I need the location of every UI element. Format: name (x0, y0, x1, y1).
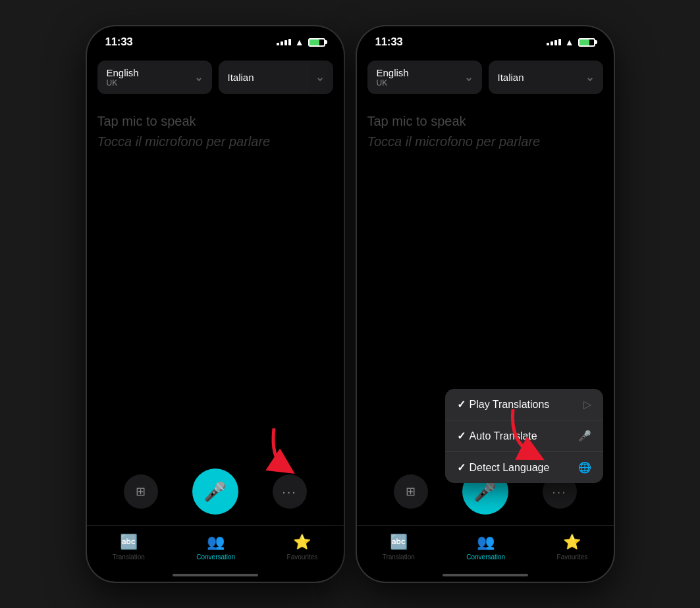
mic-icon-right: 🎤 (473, 481, 497, 503)
language-selectors-left: English UK ⌄ Italian ⌄ (87, 54, 344, 101)
mic-small-icon: 🎤 (578, 430, 591, 442)
play-icon: ▷ (583, 398, 591, 411)
menu-label-play-translations: Play Translations (470, 399, 550, 411)
time-right: 11:33 (375, 36, 403, 49)
status-icons-left: ▲ (277, 37, 325, 47)
tab-conversation-right[interactable]: 👥 Conversation (466, 534, 505, 561)
menu-item-detect-language[interactable]: ✓ Detect Language 🌐 (445, 452, 603, 483)
lang-region-english: UK (107, 78, 139, 88)
time-left: 11:33 (105, 36, 133, 49)
main-content-left: Tap mic to speak Tocca il microfono per … (87, 101, 344, 458)
tab-favourites-left[interactable]: ⭐ Favourites (287, 534, 318, 561)
caption-icon-right: ⊞ (406, 484, 416, 499)
tab-translation-label-right: Translation (383, 553, 415, 561)
lang-name-italian-right: Italian (498, 72, 524, 83)
tab-bar-right: 🔤 Translation 👥 Conversation ⭐ Favourite… (357, 525, 614, 574)
chevron-down-icon-right: ⌄ (315, 71, 324, 84)
dots-icon-right: ··· (552, 484, 567, 499)
globe-icon: 🌐 (578, 461, 591, 474)
bottom-controls-left: ⊞ 🎤 ··· (87, 458, 344, 525)
lang-selector-english[interactable]: English UK ⌄ (97, 61, 212, 94)
signal-icon (277, 39, 291, 45)
more-button-left[interactable]: ··· (273, 474, 307, 509)
menu-item-auto-translate[interactable]: ✓ Auto Translate 🎤 (445, 420, 603, 452)
check-detect-language: ✓ (457, 461, 466, 474)
mic-button-left[interactable]: 🎤 (192, 469, 238, 515)
lang-region-english-right: UK (377, 78, 409, 88)
menu-label-detect-language: Detect Language (470, 462, 550, 474)
tab-conversation-label-left: Conversation (196, 553, 235, 561)
mic-icon-left: 🎤 (203, 481, 227, 503)
tab-translation-right[interactable]: 🔤 Translation (383, 534, 415, 561)
wifi-icon-right: ▲ (565, 37, 574, 47)
tab-translation-left[interactable]: 🔤 Translation (113, 534, 145, 561)
signal-icon-right (547, 39, 561, 45)
status-bar-right: 11:33 ▲ (357, 26, 614, 54)
lang-name-italian: Italian (228, 72, 254, 83)
tab-translation-label-left: Translation (113, 553, 145, 561)
home-indicator-right (443, 574, 528, 576)
menu-label-auto-translate: Auto Translate (470, 430, 537, 442)
right-phone-screen: 11:33 ▲ English UK (357, 26, 614, 582)
lang-name-english: English (107, 67, 139, 78)
caption-icon-left: ⊞ (136, 484, 146, 499)
tap-mic-text-en-right: Tap mic to speak (367, 114, 603, 129)
battery-icon-right (578, 38, 595, 47)
home-indicator-left (173, 574, 258, 576)
battery-icon (308, 38, 325, 47)
caption-button-right[interactable]: ⊞ (394, 474, 428, 509)
status-icons-right: ▲ (547, 37, 595, 47)
context-menu: ✓ Play Translations ▷ ✓ Auto Translate 🎤… (445, 389, 603, 483)
lang-name-english-right: English (377, 67, 409, 78)
wifi-icon: ▲ (295, 37, 304, 47)
chevron-down-icon-left-right: ⌄ (464, 71, 473, 84)
language-selectors-right: English UK ⌄ Italian ⌄ (357, 54, 614, 101)
lang-selector-italian[interactable]: Italian ⌄ (219, 61, 333, 94)
lang-selector-italian-right[interactable]: Italian ⌄ (489, 61, 603, 94)
tab-favourites-right[interactable]: ⭐ Favourites (557, 534, 588, 561)
dots-icon-left: ··· (282, 484, 297, 499)
check-auto-translate: ✓ (457, 430, 466, 442)
check-play-translations: ✓ (457, 398, 466, 411)
lang-selector-english-right[interactable]: English UK ⌄ (367, 61, 482, 94)
tap-mic-text-en-left: Tap mic to speak (97, 114, 333, 129)
chevron-down-icon-right-right: ⌄ (585, 71, 594, 84)
chevron-down-icon-left: ⌄ (194, 71, 203, 84)
tab-conversation-label-right: Conversation (466, 553, 505, 561)
tap-mic-text-it-right: Tocca il microfono per parlare (367, 134, 603, 149)
tab-favourites-label-left: Favourites (287, 553, 318, 561)
tab-conversation-left[interactable]: 👥 Conversation (196, 534, 235, 561)
menu-item-play-translations[interactable]: ✓ Play Translations ▷ (445, 389, 603, 420)
status-bar-left: 11:33 ▲ (87, 26, 344, 54)
tab-favourites-label-right: Favourites (557, 553, 588, 561)
caption-button-left[interactable]: ⊞ (124, 474, 158, 509)
tap-mic-text-it-left: Tocca il microfono per parlare (97, 134, 333, 149)
left-phone-screen: 11:33 ▲ English UK (87, 26, 344, 582)
tab-bar-left: 🔤 Translation 👥 Conversation ⭐ Favourite… (87, 525, 344, 574)
